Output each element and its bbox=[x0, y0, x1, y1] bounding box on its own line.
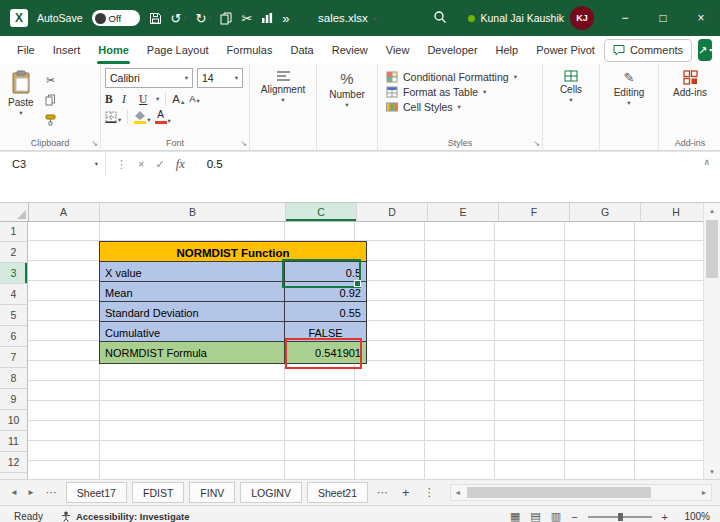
clipboard-dialog-launcher[interactable]: ↘ bbox=[91, 139, 98, 148]
ribbon-tab-help[interactable]: Help bbox=[487, 36, 528, 64]
column-header-a[interactable]: A bbox=[28, 203, 100, 221]
zoom-slider[interactable] bbox=[588, 516, 652, 518]
row-header[interactable]: 12 bbox=[0, 452, 28, 473]
cut-button[interactable]: ✂ bbox=[241, 12, 252, 25]
ribbon-tab-data[interactable]: Data bbox=[281, 36, 322, 64]
font-color-button[interactable]: A ▾ bbox=[155, 110, 171, 124]
horizontal-scrollbar[interactable]: ◄ ► bbox=[450, 484, 712, 501]
scroll-left-icon[interactable]: ◄ bbox=[451, 489, 465, 496]
search-button[interactable] bbox=[433, 10, 447, 24]
zoom-level[interactable]: 100% bbox=[678, 511, 710, 522]
zoom-slider-thumb[interactable] bbox=[618, 513, 623, 521]
cell-b7[interactable]: NORMDIST Formula bbox=[99, 341, 297, 364]
number-button[interactable]: % Number ▾ bbox=[325, 68, 369, 111]
borders-button[interactable]: ▾ bbox=[105, 111, 121, 123]
cells-region[interactable]: NORMDIST Function X value 0.5 Mean 0.92 … bbox=[28, 221, 704, 479]
fill-handle[interactable] bbox=[354, 280, 361, 287]
vertical-scroll-thumb[interactable] bbox=[706, 220, 718, 278]
comments-button[interactable]: Comments bbox=[604, 39, 692, 62]
sheet-tab-loginv[interactable]: LOGINV bbox=[240, 482, 302, 503]
ribbon-tab-insert[interactable]: Insert bbox=[44, 36, 90, 64]
new-sheet-button[interactable]: + bbox=[397, 485, 415, 500]
fill-color-button[interactable]: ▾ bbox=[134, 111, 150, 124]
editing-button[interactable]: ✎ Editing ▾ bbox=[610, 68, 649, 109]
row-header[interactable]: 2 bbox=[0, 242, 28, 263]
cut-button[interactable]: ✂ bbox=[42, 72, 60, 88]
collapse-formula-bar-button[interactable]: ∧ bbox=[703, 157, 710, 167]
sheet-tab-finv[interactable]: FINV bbox=[189, 482, 235, 503]
font-dialog-launcher[interactable]: ↘ bbox=[240, 139, 247, 148]
close-button[interactable]: × bbox=[682, 0, 720, 36]
accessibility-checker-button[interactable]: Accessibility: Investigate bbox=[61, 511, 190, 522]
undo-button[interactable]: ↺ ▾ bbox=[171, 12, 187, 25]
column-header-d[interactable]: D bbox=[357, 203, 428, 221]
ribbon-tab-power-pivot[interactable]: Power Pivot bbox=[527, 36, 604, 64]
row-header[interactable]: 5 bbox=[0, 305, 28, 326]
row-header-3[interactable]: 3 bbox=[0, 263, 28, 284]
sheet-options-icon[interactable]: ⋮ bbox=[420, 486, 439, 499]
format-as-table-button[interactable]: Format as Table ▾ bbox=[386, 86, 486, 98]
ribbon-tab-page-layout[interactable]: Page Layout bbox=[138, 36, 218, 64]
horizontal-scroll-thumb[interactable] bbox=[467, 487, 651, 498]
hidden-sheets-left[interactable]: ⋯ bbox=[42, 486, 61, 499]
sheet-tab-sheet17[interactable]: Sheet17 bbox=[66, 482, 127, 503]
more-commands-button[interactable]: » bbox=[282, 12, 289, 25]
paste-button[interactable]: Paste ▾ bbox=[4, 68, 38, 135]
hidden-sheets-right[interactable]: ⋯ bbox=[373, 486, 392, 499]
normal-view-button[interactable]: ▦ bbox=[510, 510, 520, 522]
increase-font-button[interactable]: A ▴ bbox=[172, 93, 185, 106]
bold-button[interactable]: B bbox=[105, 93, 118, 106]
sheet-tab-fdist[interactable]: FDIST bbox=[132, 482, 184, 503]
underline-button[interactable]: U bbox=[139, 93, 152, 106]
row-header[interactable]: 10 bbox=[0, 410, 28, 431]
column-header-b[interactable]: B bbox=[100, 203, 286, 221]
font-name-select[interactable]: Calibri ▾ bbox=[105, 68, 193, 88]
row-header[interactable]: 9 bbox=[0, 389, 28, 410]
cell-styles-button[interactable]: Cell Styles ▾ bbox=[386, 101, 461, 113]
row-header[interactable]: 11 bbox=[0, 431, 28, 452]
document-title[interactable]: sales.xlsx ▾ bbox=[318, 0, 376, 36]
ribbon-tab-developer[interactable]: Developer bbox=[418, 36, 486, 64]
minimize-button[interactable]: − bbox=[606, 0, 644, 36]
select-all-corner[interactable] bbox=[0, 203, 29, 222]
autosave-toggle[interactable]: Off bbox=[92, 10, 140, 26]
row-header[interactable]: 8 bbox=[0, 368, 28, 389]
styles-dialog-launcher[interactable]: ↘ bbox=[533, 139, 540, 148]
ribbon-tab-file[interactable]: File bbox=[8, 36, 44, 64]
sheet-nav-right-icon[interactable]: ► bbox=[25, 488, 37, 497]
ribbon-tab-home[interactable]: Home bbox=[89, 36, 138, 64]
scroll-right-icon[interactable]: ► bbox=[697, 489, 711, 496]
chart-button[interactable] bbox=[261, 12, 273, 24]
format-painter-button[interactable] bbox=[42, 112, 60, 128]
row-header[interactable]: 6 bbox=[0, 326, 28, 347]
row-header[interactable]: 4 bbox=[0, 284, 28, 305]
decrease-font-button[interactable]: A ▾ bbox=[189, 94, 202, 104]
scroll-up-icon[interactable]: ▴ bbox=[704, 203, 720, 218]
zoom-out-button[interactable]: − bbox=[571, 511, 577, 522]
maximize-button[interactable]: □ bbox=[644, 0, 682, 36]
zoom-in-button[interactable]: + bbox=[662, 511, 668, 522]
name-box[interactable]: C3 ▾ bbox=[0, 152, 106, 176]
save-button[interactable] bbox=[149, 12, 162, 25]
page-break-view-button[interactable]: ▥ bbox=[551, 510, 561, 522]
redo-button[interactable]: ↻ ▾ bbox=[195, 12, 211, 25]
row-header[interactable]: 13 bbox=[0, 473, 28, 479]
column-header-f[interactable]: F bbox=[499, 203, 570, 221]
ribbon-tab-view[interactable]: View bbox=[377, 36, 419, 64]
copy-button[interactable] bbox=[220, 12, 232, 25]
vertical-scrollbar[interactable]: ▴ ▾ bbox=[703, 203, 720, 479]
alignment-button[interactable]: Alignment ▾ bbox=[257, 68, 309, 106]
conditional-formatting-button[interactable]: Conditional Formatting ▾ bbox=[386, 71, 517, 83]
enter-button[interactable]: ✓ bbox=[155, 158, 164, 171]
share-button[interactable]: ↗ ▾ bbox=[698, 39, 712, 61]
font-size-select[interactable]: 14 ▾ bbox=[197, 68, 243, 88]
insert-function-button[interactable]: fx bbox=[176, 157, 185, 172]
page-layout-view-button[interactable]: ▤ bbox=[530, 510, 540, 522]
sheet-tab-sheet21[interactable]: Sheet21 bbox=[307, 482, 368, 503]
account-button[interactable]: Kunal Jai Kaushik KJ bbox=[468, 0, 594, 36]
italic-button[interactable]: I bbox=[122, 93, 135, 106]
addins-button[interactable]: Add-ins bbox=[669, 68, 711, 100]
row-header[interactable]: 7 bbox=[0, 347, 28, 368]
column-header-c[interactable]: C bbox=[286, 203, 357, 221]
column-header-h[interactable]: H bbox=[641, 203, 712, 221]
